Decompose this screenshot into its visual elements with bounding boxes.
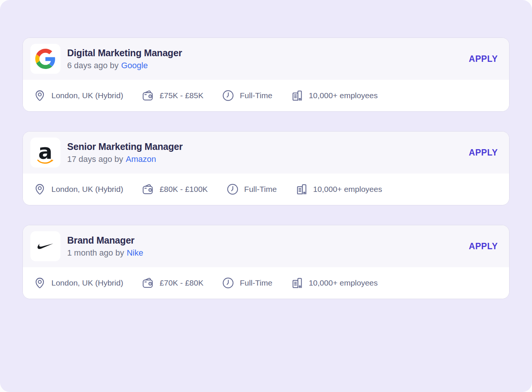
apply-button[interactable]: APPLY [469, 241, 498, 251]
map-pin-icon [33, 277, 46, 289]
job-posted-line: 6 days ago byGoogle [67, 61, 182, 70]
google-g-icon [35, 49, 56, 69]
clock-icon [222, 277, 234, 289]
job-card-list: Digital Marketing Manager 6 days ago byG… [23, 37, 509, 299]
amazon-logo: a [30, 138, 60, 168]
job-heading: Senior Marketing Manager 17 days ago byA… [67, 141, 183, 164]
posted-ago-text: 17 days ago by [67, 154, 123, 164]
employment-type-text: Full-Time [244, 185, 277, 194]
company-size-text: 10,000+ employees [309, 278, 378, 287]
job-title: Senior Marketing Manager [67, 141, 183, 152]
job-employment-type: Full-Time [226, 183, 277, 196]
job-meta-row: London, UK (Hybrid) £70K - £80K Full-Tim… [23, 267, 509, 299]
company-link[interactable]: Amazon [126, 154, 156, 164]
location-text: London, UK (Hybrid) [51, 185, 123, 194]
job-location: London, UK (Hybrid) [33, 183, 123, 196]
job-card-nike: Brand Manager 1 month ago byNike APPLY L… [23, 225, 509, 299]
job-title: Digital Marketing Manager [67, 47, 182, 58]
salary-text: £75K - £85K [159, 91, 203, 100]
building-icon [291, 277, 304, 289]
company-link[interactable]: Nike [127, 248, 143, 257]
apply-button[interactable]: APPLY [469, 54, 498, 64]
job-salary: £80K - £100K [141, 183, 207, 196]
job-company-size: 10,000+ employees [295, 183, 382, 196]
salary-text: £80K - £100K [159, 185, 207, 194]
map-pin-icon [33, 183, 46, 196]
job-location: London, UK (Hybrid) [33, 277, 123, 289]
location-text: London, UK (Hybrid) [51, 278, 123, 287]
job-title: Brand Manager [67, 235, 143, 246]
wallet-icon [141, 183, 154, 196]
building-icon [291, 89, 304, 102]
job-meta-row: London, UK (Hybrid) £80K - £100K Full-Ti… [23, 174, 509, 205]
job-meta-row: London, UK (Hybrid) £75K - £85K Full-Tim… [23, 80, 509, 111]
job-posted-line: 17 days ago byAmazon [67, 154, 183, 164]
job-card-google: Digital Marketing Manager 6 days ago byG… [23, 37, 509, 112]
posted-ago-text: 6 days ago by [67, 61, 119, 70]
screenshot-canvas: Digital Marketing Manager 6 days ago byG… [0, 0, 532, 392]
nike-logo [30, 231, 60, 261]
job-heading: Brand Manager 1 month ago byNike [67, 235, 143, 258]
building-icon [295, 183, 308, 196]
job-card-header: Brand Manager 1 month ago byNike APPLY [23, 225, 509, 267]
wallet-icon [141, 277, 154, 289]
job-salary: £70K - £80K [141, 277, 203, 289]
job-employment-type: Full-Time [222, 277, 272, 289]
job-company-size: 10,000+ employees [291, 277, 378, 289]
job-location: London, UK (Hybrid) [33, 89, 123, 102]
google-logo [30, 44, 60, 74]
clock-icon [226, 183, 239, 196]
map-pin-icon [33, 89, 46, 102]
job-heading: Digital Marketing Manager 6 days ago byG… [67, 47, 182, 70]
job-card-header: a Senior Marketing Manager 17 days ago b… [23, 132, 509, 174]
job-salary: £75K - £85K [141, 89, 203, 102]
amazon-a-glyph: a [38, 142, 53, 160]
posted-ago-text: 1 month ago by [67, 248, 124, 257]
company-link[interactable]: Google [121, 61, 148, 70]
salary-text: £70K - £80K [159, 278, 203, 287]
clock-icon [222, 89, 234, 102]
job-company-size: 10,000+ employees [291, 89, 378, 102]
employment-type-text: Full-Time [240, 278, 272, 287]
apply-button[interactable]: APPLY [469, 148, 498, 158]
amazon-smile-icon [36, 159, 54, 165]
employment-type-text: Full-Time [240, 91, 272, 100]
job-card-amazon: a Senior Marketing Manager 17 days ago b… [23, 131, 509, 205]
job-board-page: Digital Marketing Manager 6 days ago byG… [0, 0, 532, 392]
wallet-icon [141, 89, 154, 102]
company-size-text: 10,000+ employees [309, 91, 378, 100]
nike-swoosh-icon [34, 238, 57, 254]
job-posted-line: 1 month ago byNike [67, 248, 143, 258]
job-employment-type: Full-Time [222, 89, 272, 102]
job-card-header: Digital Marketing Manager 6 days ago byG… [23, 38, 509, 80]
location-text: London, UK (Hybrid) [51, 91, 123, 100]
company-size-text: 10,000+ employees [313, 185, 382, 194]
